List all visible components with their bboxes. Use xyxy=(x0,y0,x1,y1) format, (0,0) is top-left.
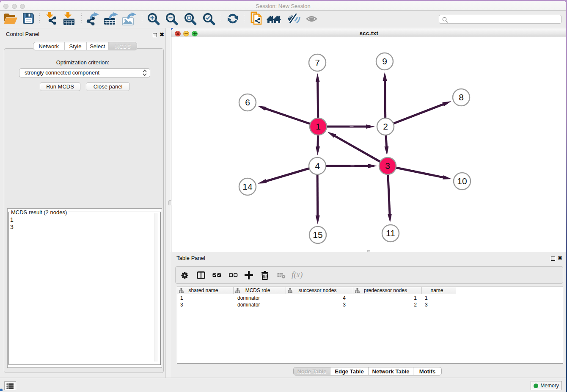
svg-text:2: 2 xyxy=(383,121,388,131)
svg-text:6: 6 xyxy=(245,97,250,107)
svg-text:15: 15 xyxy=(313,230,322,240)
svg-text:14: 14 xyxy=(242,182,253,191)
svg-text:8: 8 xyxy=(459,92,464,102)
svg-text:7: 7 xyxy=(315,58,320,67)
svg-text:3: 3 xyxy=(385,161,390,171)
svg-text:9: 9 xyxy=(382,56,387,66)
svg-text:1: 1 xyxy=(316,121,321,131)
svg-text:10: 10 xyxy=(457,176,467,186)
svg-text:4: 4 xyxy=(315,161,320,171)
svg-text:11: 11 xyxy=(386,228,395,238)
